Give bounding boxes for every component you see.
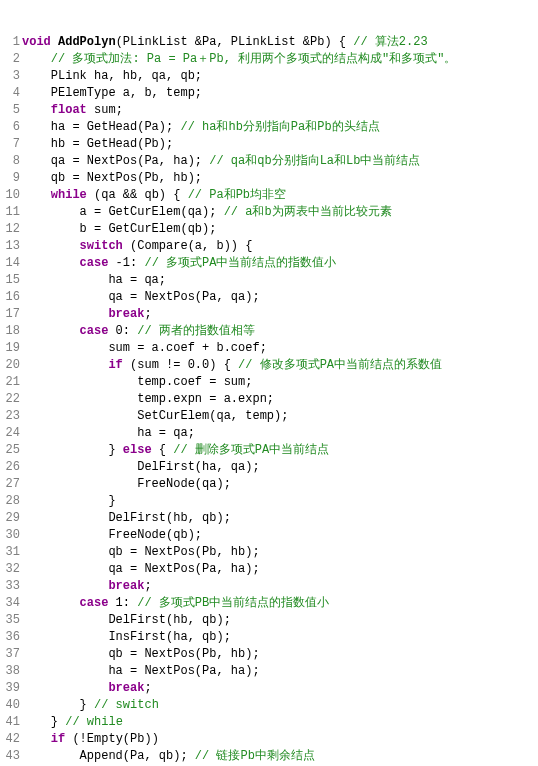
line-content: case 1: // 多项式PB中当前结点的指数值小 (20, 595, 329, 612)
line-content: FreeNode(qa); (20, 476, 231, 493)
code-line: 23 SetCurElem(qa, temp); (0, 408, 538, 425)
line-content: qb = NextPos(Pb, hb); (20, 646, 260, 663)
code-line: 26 DelFirst(ha, qa); (0, 459, 538, 476)
code-line: 12 b = GetCurElem(qb); (0, 221, 538, 238)
line-number: 43 (0, 748, 20, 765)
line-number: 3 (0, 68, 20, 85)
line-content: ha = NextPos(Pa, ha); (20, 663, 260, 680)
line-content: case 0: // 两者的指数值相等 (20, 323, 255, 340)
code-block: 1void AddPolyn(PLinkList &Pa, PLinkList … (0, 34, 538, 766)
line-number: 7 (0, 136, 20, 153)
line-number: 15 (0, 272, 20, 289)
line-content: break; (20, 578, 152, 595)
code-line: 24 ha = qa; (0, 425, 538, 442)
line-content: PLink ha, hb, qa, qb; (20, 68, 202, 85)
line-content: qa = NextPos(Pa, qa); (20, 289, 260, 306)
code-line: 7 hb = GetHead(Pb); (0, 136, 538, 153)
code-line: 37 qb = NextPos(Pb, hb); (0, 646, 538, 663)
line-number: 19 (0, 340, 20, 357)
line-content: qb = NextPos(Pb, hb); (20, 170, 202, 187)
code-line: 33 break; (0, 578, 538, 595)
line-number: 22 (0, 391, 20, 408)
code-line: 38 ha = NextPos(Pa, ha); (0, 663, 538, 680)
line-content: b = GetCurElem(qb); (20, 221, 216, 238)
code-line: 27 FreeNode(qa); (0, 476, 538, 493)
code-line: 13 switch (Compare(a, b)) { (0, 238, 538, 255)
line-content: ha = qa; (20, 272, 166, 289)
line-content: switch (Compare(a, b)) { (20, 238, 252, 255)
line-number: 12 (0, 221, 20, 238)
code-line: 15 ha = qa; (0, 272, 538, 289)
code-line: 40 } // switch (0, 697, 538, 714)
line-content: qb = NextPos(Pb, hb); (20, 544, 260, 561)
line-number: 4 (0, 85, 20, 102)
line-number: 10 (0, 187, 20, 204)
line-number: 17 (0, 306, 20, 323)
line-number: 37 (0, 646, 20, 663)
line-content: } // while (20, 714, 123, 731)
line-number: 24 (0, 425, 20, 442)
line-number: 11 (0, 204, 20, 221)
line-number: 34 (0, 595, 20, 612)
line-number: 32 (0, 561, 20, 578)
line-number: 30 (0, 527, 20, 544)
line-content: DelFirst(hb, qb); (20, 510, 231, 527)
code-line: 18 case 0: // 两者的指数值相等 (0, 323, 538, 340)
line-content: break; (20, 680, 152, 697)
code-line: 20 if (sum != 0.0) { // 修改多项式PA中当前结点的系数值 (0, 357, 538, 374)
line-content: } // switch (20, 697, 159, 714)
line-content: ha = qa; (20, 425, 195, 442)
code-line: 9 qb = NextPos(Pb, hb); (0, 170, 538, 187)
line-number: 31 (0, 544, 20, 561)
line-content: case -1: // 多项式PA中当前结点的指数值小 (20, 255, 336, 272)
line-number: 21 (0, 374, 20, 391)
line-content: ha = GetHead(Pa); // ha和hb分别指向Pa和Pb的头结点 (20, 119, 380, 136)
code-line: 31 qb = NextPos(Pb, hb); (0, 544, 538, 561)
code-line: 34 case 1: // 多项式PB中当前结点的指数值小 (0, 595, 538, 612)
code-line: 1void AddPolyn(PLinkList &Pa, PLinkList … (0, 34, 538, 51)
line-number: 16 (0, 289, 20, 306)
code-line: 10 while (qa && qb) { // Pa和Pb均非空 (0, 187, 538, 204)
line-content: // 多项式加法: Pa = Pa＋Pb, 利用两个多项式的结点构成"和多项式"… (20, 51, 456, 68)
code-line: 6 ha = GetHead(Pa); // ha和hb分别指向Pa和Pb的头结… (0, 119, 538, 136)
line-content: temp.expn = a.expn; (20, 391, 274, 408)
line-content: while (qa && qb) { // Pa和Pb均非空 (20, 187, 286, 204)
code-line: 11 a = GetCurElem(qa); // a和b为两表中当前比较元素 (0, 204, 538, 221)
line-content: if (!Empty(Pb)) (20, 731, 159, 748)
line-content: if (sum != 0.0) { // 修改多项式PA中当前结点的系数值 (20, 357, 442, 374)
line-number: 25 (0, 442, 20, 459)
code-line: 16 qa = NextPos(Pa, qa); (0, 289, 538, 306)
code-line: 5 float sum; (0, 102, 538, 119)
line-content: Append(Pa, qb); // 链接Pb中剩余结点 (20, 748, 315, 765)
line-content: break; (20, 306, 152, 323)
line-number: 14 (0, 255, 20, 272)
line-content: void AddPolyn(PLinkList &Pa, PLinkList &… (20, 34, 428, 51)
code-line: 43 Append(Pa, qb); // 链接Pb中剩余结点 (0, 748, 538, 765)
line-number: 33 (0, 578, 20, 595)
line-number: 29 (0, 510, 20, 527)
code-line: 36 InsFirst(ha, qb); (0, 629, 538, 646)
line-content: qa = NextPos(Pa, ha); // qa和qb分别指向La和Lb中… (20, 153, 420, 170)
code-line: 39 break; (0, 680, 538, 697)
line-content: DelFirst(hb, qb); (20, 612, 231, 629)
line-number: 41 (0, 714, 20, 731)
line-content: PElemType a, b, temp; (20, 85, 202, 102)
line-number: 36 (0, 629, 20, 646)
line-number: 35 (0, 612, 20, 629)
line-content: } else { // 删除多项式PA中当前结点 (20, 442, 329, 459)
line-number: 6 (0, 119, 20, 136)
line-number: 26 (0, 459, 20, 476)
line-content: sum = a.coef + b.coef; (20, 340, 267, 357)
code-line: 28 } (0, 493, 538, 510)
line-number: 20 (0, 357, 20, 374)
line-number: 5 (0, 102, 20, 119)
line-number: 27 (0, 476, 20, 493)
line-content: hb = GetHead(Pb); (20, 136, 173, 153)
code-line: 3 PLink ha, hb, qa, qb; (0, 68, 538, 85)
code-line: 4 PElemType a, b, temp; (0, 85, 538, 102)
line-content: DelFirst(ha, qa); (20, 459, 260, 476)
line-number: 23 (0, 408, 20, 425)
line-content: float sum; (20, 102, 123, 119)
code-line: 25 } else { // 删除多项式PA中当前结点 (0, 442, 538, 459)
code-line: 14 case -1: // 多项式PA中当前结点的指数值小 (0, 255, 538, 272)
